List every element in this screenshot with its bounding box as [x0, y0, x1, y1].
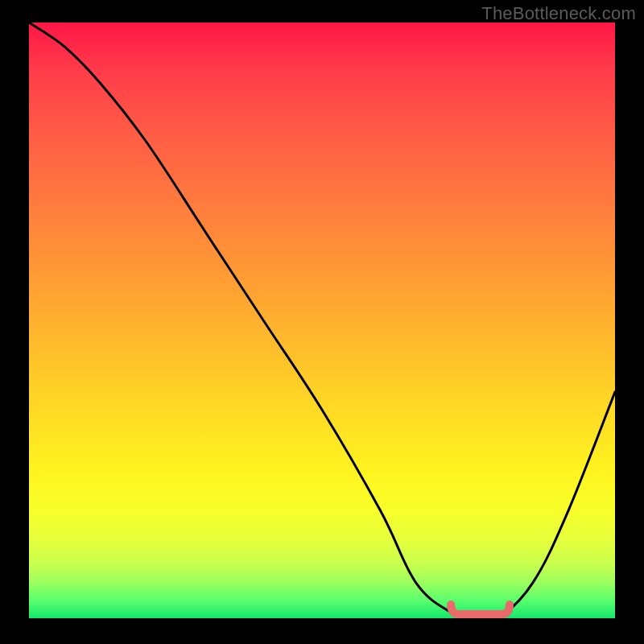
- curve-layer: [29, 23, 615, 618]
- bottleneck-curve-path: [29, 23, 615, 618]
- plot-area: [29, 23, 615, 618]
- optimal-range-marker: [451, 605, 510, 614]
- watermark-text: TheBottleneck.com: [481, 3, 636, 24]
- chart-frame: TheBottleneck.com: [0, 0, 644, 644]
